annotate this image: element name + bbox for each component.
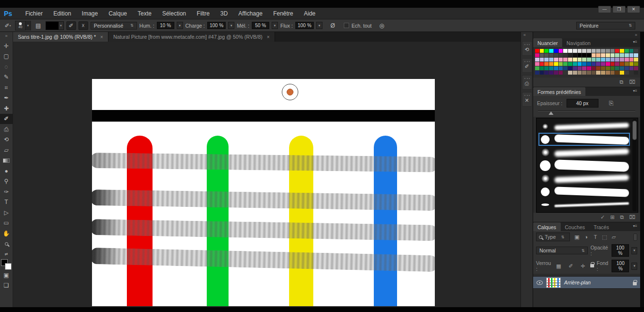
color-swatch[interactable] xyxy=(573,66,577,70)
menu-item-filtre[interactable]: Filtre xyxy=(191,10,215,17)
wet-input[interactable]: 10 % xyxy=(157,22,174,29)
brush-preset-hard-round[interactable] xyxy=(538,133,630,146)
color-swatch[interactable] xyxy=(611,58,615,62)
color-swatch[interactable] xyxy=(615,49,619,53)
color-swatch[interactable] xyxy=(606,53,610,57)
current-brush-load-swatch[interactable]: ▾ xyxy=(46,21,64,30)
color-swatch[interactable] xyxy=(629,71,634,75)
layer-visibility-icon[interactable] xyxy=(537,281,543,285)
hand-tool[interactable]: ✋ xyxy=(0,228,13,239)
color-swatch[interactable] xyxy=(615,71,619,75)
type-tool[interactable]: T xyxy=(0,197,13,208)
mixer-brush-tool[interactable]: ✐ xyxy=(0,114,13,125)
tools-collapse-button[interactable]: » xyxy=(5,32,7,41)
color-swatch[interactable] xyxy=(544,62,549,66)
fill-slider-button[interactable]: ▾ xyxy=(631,263,637,270)
document-tab-2[interactable]: Natural Picture [from www.metacafe.com] … xyxy=(108,32,275,42)
panel-menu-icon[interactable]: ▾≡ xyxy=(633,222,640,231)
color-swatch[interactable] xyxy=(554,49,558,53)
quick-selection-tool[interactable]: ✎ xyxy=(0,72,13,83)
zoom-tool[interactable] xyxy=(0,239,13,250)
color-swatch[interactable] xyxy=(568,66,572,70)
color-swatch[interactable] xyxy=(601,53,605,57)
color-swatch[interactable] xyxy=(544,58,549,62)
color-swatch[interactable] xyxy=(629,58,634,62)
color-swatch[interactable] xyxy=(549,66,553,70)
wet-slider-button[interactable]: ▾ xyxy=(177,22,183,29)
color-swatch[interactable] xyxy=(629,49,634,53)
tab-navigation[interactable]: Navigation xyxy=(562,38,595,47)
color-swatch[interactable] xyxy=(606,71,610,75)
color-swatch[interactable] xyxy=(535,71,539,75)
color-swatch[interactable] xyxy=(629,66,634,70)
color-swatch[interactable] xyxy=(544,53,549,57)
lock-transparency-icon[interactable]: ▦ xyxy=(554,262,563,270)
color-swatch[interactable] xyxy=(559,66,563,70)
color-swatch[interactable] xyxy=(563,71,567,75)
panel-menu-icon[interactable]: ▾≡ xyxy=(633,87,640,96)
marquee-tool[interactable]: ▢ xyxy=(0,51,13,62)
color-swatch[interactable] xyxy=(544,71,549,75)
tab-close-icon[interactable]: × xyxy=(100,34,103,40)
color-swatch[interactable] xyxy=(559,58,563,62)
delete-swatch-icon[interactable]: ⌧ xyxy=(629,79,635,85)
sample-all-layers-checkbox[interactable] xyxy=(344,23,349,28)
menu-item-calque[interactable]: Calque xyxy=(103,10,132,17)
brush-preset-soft-round-small[interactable] xyxy=(538,120,630,133)
filter-pixel-layers-icon[interactable]: ▣ xyxy=(572,233,582,241)
flow-input[interactable]: 100 % xyxy=(295,22,314,29)
color-swatch[interactable] xyxy=(563,62,567,66)
gradient-tool[interactable] xyxy=(0,156,13,166)
color-swatch[interactable] xyxy=(540,49,544,53)
healing-brush-tool[interactable]: ✚ xyxy=(0,103,13,114)
menu-item-aide[interactable]: Aide xyxy=(299,10,321,17)
color-swatch[interactable] xyxy=(634,62,638,66)
scrollbar-thumb[interactable] xyxy=(632,121,637,140)
color-swatch[interactable] xyxy=(592,62,596,66)
color-swatch[interactable] xyxy=(544,66,549,70)
dodge-tool[interactable]: ⚲ xyxy=(0,176,13,187)
color-swatch[interactable] xyxy=(559,71,563,75)
layer-row-background[interactable]: Arrière-plan xyxy=(533,276,640,289)
open-preset-manager-icon[interactable]: ⊞ xyxy=(610,214,614,220)
color-swatch[interactable] xyxy=(573,49,577,53)
swap-colors[interactable]: ⇄ xyxy=(0,249,13,260)
color-swatch[interactable] xyxy=(554,71,558,75)
color-swatch[interactable] xyxy=(620,66,624,70)
eraser-tool[interactable]: ▱ xyxy=(0,145,13,156)
color-swatch[interactable] xyxy=(587,58,591,62)
color-swatch[interactable] xyxy=(587,71,591,75)
color-swatch[interactable] xyxy=(587,66,591,70)
brushes-panel-icon[interactable]: ✐ xyxy=(522,58,532,73)
color-swatch[interactable] xyxy=(563,66,567,70)
color-swatch[interactable] xyxy=(634,66,638,70)
color-swatch[interactable] xyxy=(582,66,586,70)
color-swatch[interactable] xyxy=(596,62,600,66)
restore-button[interactable]: ❐ xyxy=(613,6,626,13)
color-swatch[interactable] xyxy=(582,49,586,53)
brush-preset-picker[interactable]: 40 ▾ xyxy=(15,21,31,31)
color-swatch[interactable] xyxy=(592,71,596,75)
brush-preset-hard-round-2[interactable] xyxy=(538,185,630,198)
color-swatch[interactable] xyxy=(578,62,582,66)
brush-preset-flat-point[interactable] xyxy=(538,198,630,211)
menu-item-image[interactable]: Image xyxy=(77,10,103,17)
crop-tool[interactable]: ⌗ xyxy=(0,82,13,93)
delete-brush-icon[interactable]: ⌧ xyxy=(629,214,635,220)
color-swatch[interactable] xyxy=(540,53,544,57)
panels-expand-button[interactable]: » xyxy=(533,32,640,38)
color-swatch[interactable] xyxy=(629,53,634,57)
tab-close-icon[interactable]: × xyxy=(267,34,270,40)
color-swatch[interactable] xyxy=(592,49,596,53)
color-swatch[interactable] xyxy=(615,58,619,62)
mixer-combination-select[interactable]: Personnalisé ⇅ xyxy=(91,22,137,30)
color-swatch[interactable] xyxy=(578,58,582,62)
color-swatch[interactable] xyxy=(559,49,563,53)
color-swatch[interactable] xyxy=(634,53,638,57)
color-swatch[interactable] xyxy=(540,58,544,62)
color-swatch[interactable] xyxy=(615,53,619,57)
lock-position-icon[interactable]: ✛ xyxy=(578,262,587,270)
color-swatch[interactable] xyxy=(587,49,591,53)
blend-mode-select[interactable]: Normal ⇅ xyxy=(536,247,588,254)
color-swatch[interactable] xyxy=(601,62,605,66)
